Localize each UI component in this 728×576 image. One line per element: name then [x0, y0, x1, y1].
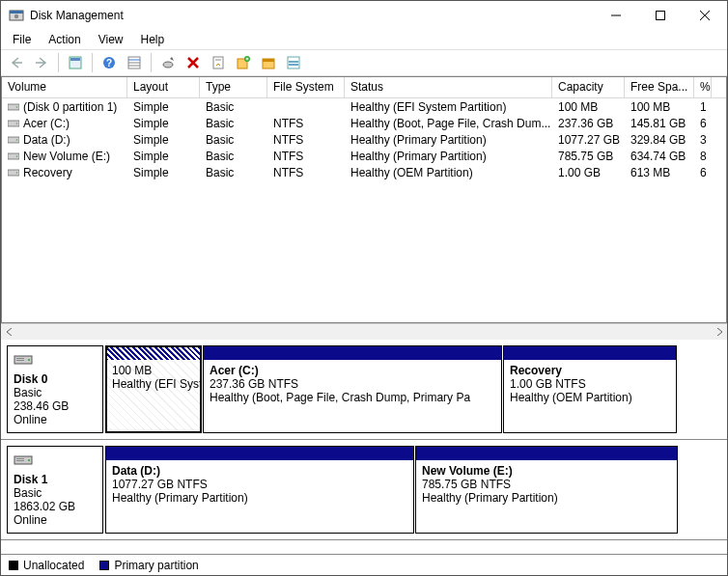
settings-button[interactable] — [64, 51, 87, 74]
volume-layout: Simple — [127, 166, 200, 179]
scroll-track[interactable] — [17, 324, 711, 340]
volume-pct: 6 — [694, 166, 712, 179]
col-volume[interactable]: Volume — [2, 77, 127, 97]
scroll-right-icon[interactable] — [711, 324, 727, 340]
partition-title: Data (D:) — [112, 464, 407, 478]
volume-free: 145.81 GB — [625, 117, 694, 130]
disk-state: Online — [14, 513, 97, 527]
disk-partitions: 100 MBHealthy (EFI System Partition)Acer… — [105, 345, 721, 433]
col-capacity[interactable]: Capacity — [552, 77, 625, 97]
disk-graphical-view[interactable]: Disk 0Basic238.46 GBOnline100 MBHealthy … — [1, 340, 727, 554]
volume-list-body[interactable]: (Disk 0 partition 1)SimpleBasicHealthy (… — [2, 98, 726, 322]
volume-capacity: 237.36 GB — [552, 117, 625, 130]
partition-body: Acer (C:)237.36 GB NTFSHealthy (Boot, Pa… — [204, 360, 501, 408]
col-status[interactable]: Status — [345, 77, 552, 97]
volume-layout: Simple — [127, 150, 200, 163]
properties-button[interactable] — [207, 51, 230, 74]
volume-row[interactable]: Data (D:)SimpleBasicNTFSHealthy (Primary… — [2, 131, 726, 148]
legend-unallocated-label: Unallocated — [23, 559, 84, 572]
nav-back-button[interactable] — [5, 51, 28, 74]
help-button[interactable]: ? — [98, 51, 121, 74]
volume-status: Healthy (Boot, Page File, Crash Dum... — [345, 117, 552, 130]
col-free[interactable]: Free Spa... — [625, 77, 694, 97]
disk-size: 1863.02 GB — [14, 500, 97, 513]
col-pct[interactable]: % — [694, 77, 712, 97]
disk-size: 238.46 GB — [14, 399, 97, 413]
window-title: Disk Management — [30, 9, 594, 22]
horizontal-scrollbar[interactable] — [1, 323, 727, 340]
partition[interactable]: Acer (C:)237.36 GB NTFSHealthy (Boot, Pa… — [203, 345, 502, 433]
window-buttons — [594, 1, 727, 30]
volume-name: Acer (C:) — [2, 117, 127, 130]
volume-capacity: 1.00 GB — [552, 166, 625, 179]
volume-list-header: Volume Layout Type File System Status Ca… — [2, 77, 726, 98]
partition[interactable]: 100 MBHealthy (EFI System Partition) — [105, 345, 202, 433]
svg-rect-24 — [289, 64, 298, 66]
volume-row[interactable]: (Disk 0 partition 1)SimpleBasicHealthy (… — [2, 98, 726, 115]
volume-type: Basic — [200, 166, 267, 179]
partition-title: New Volume (E:) — [422, 464, 671, 478]
partition-body: Recovery1.00 GB NTFSHealthy (OEM Partiti… — [504, 360, 676, 408]
menu-view[interactable]: View — [91, 31, 131, 48]
svg-rect-1 — [10, 11, 23, 14]
volume-type: Basic — [200, 133, 267, 147]
svg-point-28 — [16, 123, 18, 124]
partition[interactable]: Recovery1.00 GB NTFSHealthy (OEM Partiti… — [503, 345, 677, 433]
scroll-left-icon[interactable] — [1, 324, 17, 340]
svg-rect-4 — [657, 12, 665, 20]
partition-title: Acer (C:) — [210, 364, 495, 377]
view-graphical-button[interactable] — [282, 51, 305, 74]
volume-name: New Volume (E:) — [2, 150, 127, 163]
col-layout[interactable]: Layout — [127, 77, 200, 97]
disk-info[interactable]: Disk 0Basic238.46 GBOnline — [7, 345, 103, 433]
volume-filesystem: NTFS — [267, 150, 345, 163]
partition-size: 785.75 GB NTFS — [422, 478, 671, 491]
svg-point-30 — [16, 139, 18, 141]
menubar: File Action View Help — [1, 30, 727, 49]
toolbar-separator — [92, 53, 93, 72]
volume-type: Basic — [200, 100, 267, 114]
svg-point-32 — [16, 155, 18, 157]
nav-forward-button[interactable] — [30, 51, 53, 74]
refresh-button[interactable] — [156, 51, 180, 74]
svg-rect-41 — [16, 458, 24, 459]
new-partition-button[interactable] — [232, 51, 255, 74]
maximize-button[interactable] — [638, 1, 683, 30]
volume-row[interactable]: RecoverySimpleBasicNTFSHealthy (OEM Part… — [2, 164, 726, 180]
disk-name: Disk 0 — [14, 372, 97, 386]
swatch-unallocated — [9, 561, 18, 570]
svg-point-40 — [28, 459, 30, 461]
disk-info[interactable]: Disk 1Basic1863.02 GBOnline — [7, 446, 103, 534]
svg-rect-21 — [263, 59, 274, 62]
minimize-button[interactable] — [594, 1, 638, 30]
toolbar: ? — [1, 49, 727, 76]
format-button[interactable] — [257, 51, 280, 74]
partition-title: Recovery — [510, 364, 670, 377]
close-button[interactable] — [683, 1, 727, 30]
svg-rect-23 — [289, 61, 298, 63]
volume-row[interactable]: New Volume (E:)SimpleBasicNTFSHealthy (P… — [2, 148, 726, 164]
disk-state: Online — [14, 413, 97, 426]
partition[interactable]: Data (D:)1077.27 GB NTFSHealthy (Primary… — [105, 446, 414, 534]
partition-size: 1.00 GB NTFS — [510, 377, 670, 391]
menu-action[interactable]: Action — [41, 31, 88, 48]
menu-file[interactable]: File — [5, 31, 39, 48]
svg-point-15 — [163, 62, 173, 68]
volume-filesystem: NTFS — [267, 117, 345, 130]
partition-body: New Volume (E:)785.75 GB NTFSHealthy (Pr… — [416, 460, 677, 508]
volume-status: Healthy (OEM Partition) — [345, 166, 552, 179]
view-list-button[interactable] — [123, 51, 146, 74]
volume-filesystem: NTFS — [267, 133, 345, 147]
col-type[interactable]: Type — [200, 77, 267, 97]
partition-stripe — [504, 346, 676, 360]
partition[interactable]: New Volume (E:)785.75 GB NTFSHealthy (Pr… — [415, 446, 678, 534]
partition-body: 100 MBHealthy (EFI System Partition) — [106, 360, 201, 395]
volume-name: Data (D:) — [2, 133, 127, 147]
volume-row[interactable]: Acer (C:)SimpleBasicNTFSHealthy (Boot, P… — [2, 115, 726, 131]
col-filesystem[interactable]: File System — [267, 77, 345, 97]
menu-help[interactable]: Help — [133, 31, 173, 48]
svg-rect-16 — [213, 57, 223, 69]
disk-type: Basic — [14, 486, 97, 500]
volume-layout: Simple — [127, 117, 200, 130]
delete-button[interactable] — [182, 51, 205, 74]
